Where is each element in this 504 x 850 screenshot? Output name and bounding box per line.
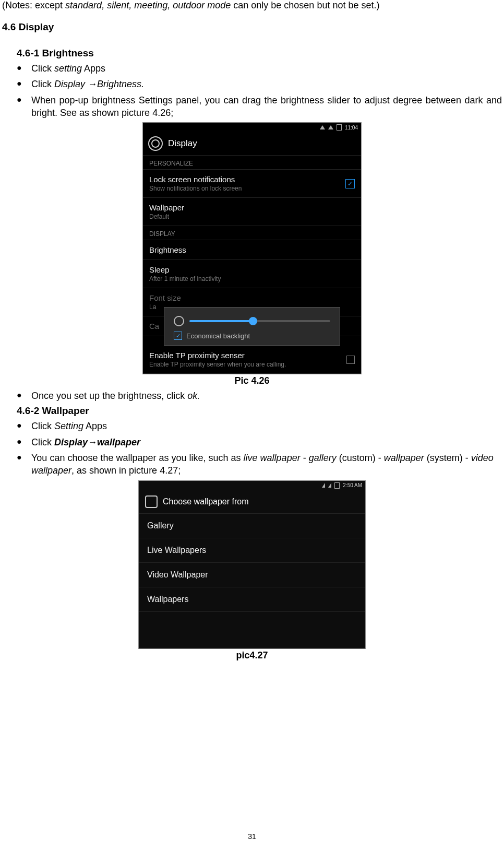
brightness-label: Brightness (149, 245, 186, 254)
notes-suffix: can only be chosen but not be set.) (231, 0, 379, 10)
bullet-2-text-a: Click (31, 79, 54, 89)
b2-3-i: , as shown in picture 4.27; (71, 465, 181, 476)
option-live-wallpapers[interactable]: Live Wallpapers (139, 538, 365, 563)
notes-modes-1: standard (65, 0, 102, 10)
sleep-sub: After 1 minute of inactivity (149, 275, 221, 282)
status-bar-2: 2:50 AM (139, 481, 365, 490)
battery-icon (337, 124, 342, 131)
notes-prefix: (Notes: except (2, 0, 65, 10)
wallpaper-title: Wallpaper (149, 203, 184, 212)
signal-icon (328, 483, 331, 488)
bullet-1: Click setting Apps (17, 62, 502, 75)
bullet-2-text-c: Brightness. (97, 79, 144, 89)
bullet2-2: Click Display→wallpaper (17, 436, 502, 448)
bullet-list-1: Click setting Apps Click Display →Bright… (2, 62, 502, 119)
bullet-1-text-a: Click (31, 63, 54, 74)
lock-title: Lock screen notifications (149, 175, 242, 184)
b2-1-b: Setting (54, 421, 83, 431)
bullet-1-text-b: setting (54, 63, 82, 74)
wallpaper-sub: Default (149, 213, 184, 220)
bullet2-1: Click Setting Apps (17, 420, 502, 432)
b2-1-c: Apps (83, 421, 107, 431)
bullet-2-arrow: → (88, 79, 97, 89)
brightness-slider[interactable] (189, 320, 330, 322)
heading-4-6: 4.6 Display (2, 21, 502, 33)
b2-3-a: You can choose the wallpaper as you like… (31, 453, 244, 463)
b2-3-g: (system) - (424, 453, 471, 463)
b2-3-b: live wallpaper (244, 453, 301, 463)
notes-line: (Notes: except standard, silent, meeting… (2, 0, 502, 11)
battery-icon (334, 482, 340, 489)
ca-label: Ca (149, 322, 159, 330)
caption-4-27: pic4.27 (2, 650, 502, 661)
eco-label: Economical backlight (186, 332, 250, 340)
bullet-1-text-c: Apps (82, 63, 105, 74)
wifi-icon (328, 125, 333, 129)
checkbox-checked-icon[interactable]: ✓ (174, 332, 182, 340)
section-personalize: PERSONALIZE (143, 156, 361, 170)
bullet-ok: Once you set up the brightness, click ok… (17, 389, 502, 402)
row-lock-notifications[interactable]: Lock screen notifications Show notificat… (143, 170, 361, 198)
option-gallery[interactable]: Gallery (139, 514, 365, 538)
bullet2-3: You can choose the wallpaper as you like… (17, 452, 502, 477)
checkbox-empty-icon[interactable] (346, 356, 355, 364)
image-icon (145, 495, 158, 508)
heading-4-6-2: 4.6-2 Wallpaper (17, 405, 502, 417)
screenshot-4-26: 11:04 Display PERSONALIZE Lock screen no… (142, 122, 362, 374)
chooser-title: Choose wallpaper from (163, 497, 249, 506)
row-wallpaper[interactable]: Wallpaper Default (143, 198, 361, 226)
tp-title: Enable TP proximity senser (149, 351, 286, 360)
b2-1-a: Click (31, 421, 54, 431)
row-brightness[interactable]: Brightness (143, 240, 361, 260)
bullet-2: Click Display →Brightness. (17, 78, 502, 90)
heading-4-6-1: 4.6-1 Brightness (17, 48, 502, 59)
b2-3-e: (custom) - (337, 453, 384, 463)
option-video-wallpaper[interactable]: Video Wallpaper (139, 563, 365, 587)
notes-modes-2: , silent, meeting, outdoor mode (102, 0, 231, 10)
screenshot-4-27: 2:50 AM Choose wallpaper from Gallery Li… (138, 480, 366, 649)
slider-thumb-icon[interactable] (249, 317, 257, 325)
economical-backlight-row[interactable]: ✓ Economical backlight (174, 332, 330, 340)
b2-2-b: Display (54, 437, 88, 447)
status-time: 11:04 (345, 125, 358, 131)
page-number: 31 (0, 832, 504, 841)
b2-2-arrow: → (88, 437, 97, 447)
sleep-label: Sleep (149, 265, 221, 274)
option-wallpapers[interactable]: Wallpapers (139, 587, 365, 612)
bullet-2-text-b: Display (54, 79, 88, 89)
bullet-ok-b: ok. (187, 391, 200, 401)
b2-2-a: Click (31, 437, 54, 447)
lock-sub: Show notifications on lock screen (149, 185, 242, 192)
tp-sub: Enable TP proximity senser when you are … (149, 361, 286, 368)
bullet-ok-a: Once you set up the brightness, click (31, 391, 187, 401)
row-tp-proximity[interactable]: Enable TP proximity senser Enable TP pro… (143, 346, 361, 374)
b2-3-f: wallpaper (384, 453, 424, 463)
signal-icon (322, 483, 325, 488)
section-display: DISPLAY (143, 226, 361, 240)
font-label: Font size (149, 293, 181, 302)
bullet-3: When pop-up brightness Settings panel, y… (17, 94, 502, 120)
bullet-list-2: Click Setting Apps Click Display→wallpap… (2, 420, 502, 477)
status-bar: 11:04 (143, 123, 361, 132)
b2-2-c: wallpaper (97, 437, 140, 447)
blank-area (139, 612, 365, 648)
caption-4-26: Pic 4.26 (2, 375, 502, 386)
b2-3-c: - (301, 453, 309, 463)
brightness-panel: ✓ Economical backlight (164, 307, 340, 346)
row-sleep[interactable]: Sleep After 1 minute of inactivity (143, 260, 361, 288)
b2-3-d: gallery (309, 453, 337, 463)
chooser-header: Choose wallpaper from (139, 490, 365, 514)
settings-header[interactable]: Display (143, 132, 361, 156)
brightness-sun-icon (174, 316, 184, 326)
checkbox-checked-icon[interactable]: ✓ (345, 179, 355, 188)
bullet-list-mid: Once you set up the brightness, click ok… (2, 389, 502, 402)
signal-icon (320, 125, 325, 129)
gear-icon (148, 136, 163, 151)
status-time-2: 2:50 AM (343, 482, 362, 488)
header-title: Display (168, 138, 197, 149)
